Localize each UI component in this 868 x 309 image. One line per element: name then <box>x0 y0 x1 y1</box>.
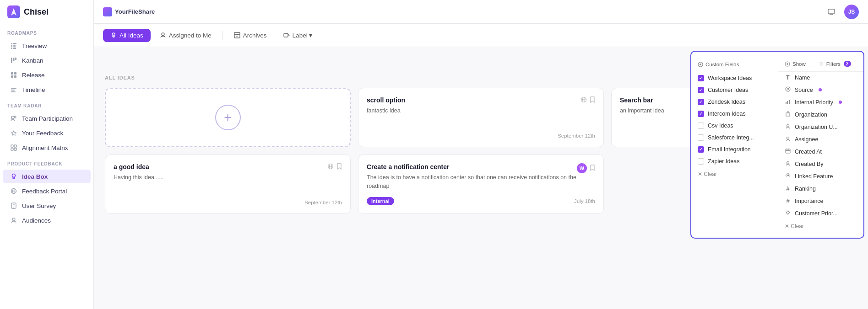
cb-csv-ideas-label: Csv Ideas <box>708 123 733 129</box>
field-assignee-label: Assignee <box>795 136 818 143</box>
cb-workspace-ideas-label: Workspace Ideas <box>708 75 752 81</box>
field-linked-feature[interactable]: Linked Feature <box>778 170 863 182</box>
globe-icon[interactable] <box>327 163 334 171</box>
tab-label[interactable]: Label ▾ <box>276 28 320 42</box>
svg-rect-6 <box>13 45 16 47</box>
sidebar-item-team-participation[interactable]: Team Participation <box>3 112 91 125</box>
globe-icon[interactable] <box>580 96 587 104</box>
card-footer: September 12th <box>367 133 595 139</box>
sidebar-item-idea-box[interactable]: Idea Box <box>3 170 91 183</box>
sidebar-item-audiences[interactable]: Audiences <box>3 213 91 227</box>
svg-rect-45 <box>284 33 288 37</box>
feedback-portal-label: Feedback Portal <box>22 188 67 195</box>
cb-csv-ideas[interactable]: Csv Ideas <box>691 120 778 132</box>
sidebar-item-timeline[interactable]: Timeline <box>3 83 91 96</box>
field-name-icon: T <box>785 75 791 81</box>
field-internal-priority[interactable]: Internal Priority <box>778 96 863 108</box>
svg-rect-35 <box>828 9 835 14</box>
card-title: Search bar <box>620 96 653 104</box>
sidebar-item-alignment-matrix[interactable]: Alignment Matrix <box>3 141 91 154</box>
field-created-at-label: Created At <box>795 149 822 155</box>
cb-workspace-ideas[interactable]: Workspace Ideas <box>691 72 778 84</box>
field-name[interactable]: T Name <box>778 72 863 84</box>
archives-icon <box>234 32 240 38</box>
card-date: July 18th <box>574 198 595 204</box>
card-icons: W <box>577 163 595 173</box>
cb-zapier-ideas-check <box>698 158 704 165</box>
sidebar-item-user-survey[interactable]: User Survey <box>3 199 91 213</box>
notifications-button[interactable] <box>824 5 839 19</box>
card-description: fantastic idea <box>367 107 595 115</box>
bookmark-icon[interactable] <box>590 165 595 172</box>
sidebar-item-release[interactable]: Release <box>3 68 91 82</box>
card-scroll-option: scroll option fantastic idea Se <box>358 88 604 147</box>
svg-point-19 <box>14 116 16 118</box>
cb-customer-ideas[interactable]: Customer Ideas <box>691 84 778 96</box>
panel-fields: Show Filters 2 T Name Source <box>778 52 863 238</box>
user-avatar[interactable]: JS <box>844 5 859 19</box>
custom-fields-panel-button[interactable]: Custom Fields <box>691 57 746 72</box>
alignment-matrix-label: Alignment Matrix <box>22 144 68 151</box>
fields-clear-button[interactable]: ✕ Clear <box>785 223 857 229</box>
field-importance[interactable]: # Importance <box>778 195 863 207</box>
field-created-at[interactable]: Created At <box>778 145 863 158</box>
field-customer-prior[interactable]: Customer Prior... <box>778 207 863 219</box>
field-source[interactable]: Source <box>778 84 863 96</box>
release-label: Release <box>22 72 45 79</box>
team-participation-label: Team Participation <box>22 115 73 122</box>
field-organization[interactable]: Organization <box>778 108 863 121</box>
field-assignee[interactable]: Assignee <box>778 133 863 145</box>
bookmark-icon[interactable] <box>590 96 595 104</box>
workspace-badge[interactable]: YourFileShare <box>103 7 155 16</box>
assigned-icon <box>160 32 166 38</box>
show-panel-button[interactable]: Show <box>778 56 812 71</box>
svg-rect-8 <box>11 58 12 63</box>
sidebar-item-your-feedback[interactable]: Your Feedback <box>3 126 91 140</box>
user-survey-label: User Survey <box>22 202 56 209</box>
card-description: The idea is to have a notification cente… <box>367 173 595 191</box>
panel-sources: Custom Fields Workspace Ideas Customer I… <box>691 52 778 238</box>
feedback-portal-icon <box>10 187 17 195</box>
svg-rect-13 <box>11 75 13 78</box>
tab-all-ideas[interactable]: All Ideas <box>103 29 151 42</box>
field-organization-u[interactable]: Organization U... <box>778 121 863 133</box>
cb-email-integration[interactable]: Email Integration <box>691 144 778 155</box>
field-linked-feature-label: Linked Feature <box>795 173 833 180</box>
app-logo[interactable]: Chisel <box>0 0 93 24</box>
sidebar-item-kanban[interactable]: Kanban <box>3 53 91 67</box>
svg-rect-11 <box>11 72 13 75</box>
svg-rect-2 <box>11 43 12 44</box>
field-ranking[interactable]: # Ranking <box>778 182 863 195</box>
tab-archives[interactable]: Archives <box>227 29 274 42</box>
source-dot <box>819 88 822 91</box>
field-ranking-label: Ranking <box>795 186 816 192</box>
card-title: scroll option <box>367 96 405 104</box>
bookmark-icon[interactable] <box>336 163 342 171</box>
card-a-good-idea: a good idea Having this idea ..... <box>105 154 351 214</box>
cb-intercom-ideas[interactable]: Intercom Ideas <box>691 108 778 120</box>
field-organization-label: Organization <box>795 112 827 118</box>
panel-clear-button[interactable]: ✕ Clear <box>698 171 771 177</box>
svg-point-18 <box>11 116 14 119</box>
filters-panel-button[interactable]: Filters 2 <box>812 56 857 71</box>
svg-point-41 <box>162 33 164 36</box>
cb-zapier-ideas[interactable]: Zapier Ideas <box>691 155 778 167</box>
tab-label-label: Label ▾ <box>293 32 313 39</box>
add-idea-card[interactable]: + <box>105 88 351 147</box>
field-created-at-icon <box>785 148 791 155</box>
tab-assigned-to-me[interactable]: Assigned to Me <box>152 29 219 42</box>
svg-rect-16 <box>11 90 15 91</box>
sidebar-item-feedback-portal[interactable]: Feedback Portal <box>3 184 91 198</box>
field-created-by-icon <box>785 160 791 167</box>
cb-salesforce[interactable]: Salesforce Integ... <box>691 132 778 144</box>
field-organization-u-label: Organization U... <box>795 124 838 130</box>
cb-zendesk-ideas[interactable]: Zendesk Ideas <box>691 96 778 108</box>
field-created-by[interactable]: Created By <box>778 158 863 170</box>
svg-rect-22 <box>14 145 16 147</box>
header-right: JS <box>824 5 859 19</box>
cb-csv-ideas-check <box>698 123 704 129</box>
card-title: Create a notification center <box>367 163 450 170</box>
sidebar-item-treeview[interactable]: Treeview <box>3 39 91 53</box>
chisel-logo-icon <box>7 5 20 18</box>
svg-point-70 <box>700 64 701 65</box>
